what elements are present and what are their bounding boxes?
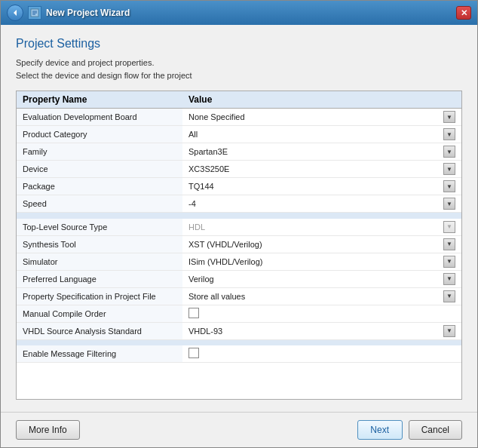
table-row: SimulatorISim (VHDL/Verilog)▼ <box>17 253 461 270</box>
prop-value-cell[interactable]: VHDL-93▼ <box>182 322 461 339</box>
main-window: New Project Wizard ✕ Project Settings Sp… <box>0 0 478 448</box>
table-row: Manual Compile Order <box>17 305 461 322</box>
dropdown-arrow-icon[interactable]: ▼ <box>443 163 455 175</box>
prop-name-cell: Product Category <box>17 126 182 143</box>
prop-value-cell[interactable]: Store all values▼ <box>182 287 461 305</box>
select-value: None Specified <box>188 112 443 121</box>
table-divider-row <box>17 339 461 345</box>
prop-name-cell: Manual Compile Order <box>17 305 182 322</box>
select-value: Store all values <box>188 292 443 301</box>
dropdown-arrow-icon[interactable]: ▼ <box>443 273 455 285</box>
prop-value-cell[interactable]: XC3S250E▼ <box>182 161 461 178</box>
prop-value-cell[interactable]: Spartan3E▼ <box>182 143 461 161</box>
prop-name-cell: Synthesis Tool <box>17 235 182 253</box>
select-wrapper[interactable]: VHDL-93▼ <box>188 325 455 337</box>
properties-table: Property Name Value Evaluation Developme… <box>17 91 461 363</box>
more-info-button[interactable]: More Info <box>16 420 80 440</box>
table-row: Top-Level Source TypeHDL▼ <box>17 219 461 236</box>
select-wrapper[interactable]: All▼ <box>188 128 455 140</box>
table-row: VHDL Source Analysis StandardVHDL-93▼ <box>17 322 461 339</box>
dropdown-arrow-icon[interactable]: ▼ <box>443 198 455 210</box>
select-value: ISim (VHDL/Verilog) <box>188 257 443 266</box>
prop-value-cell[interactable]: Verilog▼ <box>182 270 461 287</box>
select-value: TQ144 <box>188 182 443 191</box>
prop-value-cell[interactable]: All▼ <box>182 126 461 143</box>
table-row: PackageTQ144▼ <box>17 178 461 195</box>
select-wrapper[interactable]: XST (VHDL/Verilog)▼ <box>188 238 455 250</box>
checkbox-input[interactable] <box>188 308 199 318</box>
prop-value-cell <box>182 345 461 363</box>
dropdown-arrow-icon: ▼ <box>443 221 455 233</box>
table-row: Product CategoryAll▼ <box>17 126 461 143</box>
table-row: DeviceXC3S250E▼ <box>17 161 461 178</box>
prop-name-cell: Preferred Language <box>17 270 182 287</box>
table-row: FamilySpartan3E▼ <box>17 143 461 161</box>
dropdown-arrow-icon[interactable]: ▼ <box>443 180 455 192</box>
select-value: HDL <box>188 222 443 232</box>
select-wrapper[interactable]: Store all values▼ <box>188 290 455 302</box>
select-wrapper[interactable]: HDL▼ <box>188 221 455 233</box>
table-row: Synthesis ToolXST (VHDL/Verilog)▼ <box>17 235 461 253</box>
cancel-button[interactable]: Cancel <box>409 420 462 440</box>
prop-name-cell: Evaluation Development Board <box>17 109 182 126</box>
select-wrapper[interactable]: ISim (VHDL/Verilog)▼ <box>188 256 455 268</box>
dropdown-arrow-icon[interactable]: ▼ <box>443 238 455 250</box>
select-wrapper[interactable]: Verilog▼ <box>188 273 455 285</box>
prop-name-cell: Simulator <box>17 253 182 270</box>
select-wrapper[interactable]: XC3S250E▼ <box>188 163 455 175</box>
title-bar: New Project Wizard ✕ <box>1 1 477 25</box>
dropdown-arrow-icon[interactable]: ▼ <box>443 128 455 140</box>
select-value: Verilog <box>188 275 443 284</box>
table-row: Property Specification in Project FileSt… <box>17 287 461 305</box>
footer-right-buttons: Next Cancel <box>357 420 462 440</box>
select-wrapper[interactable]: Spartan3E▼ <box>188 146 455 158</box>
description: Specify device and project properties. S… <box>16 57 462 81</box>
title-bar-left: New Project Wizard <box>7 5 130 21</box>
select-value: VHDL-93 <box>188 327 443 336</box>
dropdown-arrow-icon[interactable]: ▼ <box>443 146 455 158</box>
dropdown-arrow-icon[interactable]: ▼ <box>443 256 455 268</box>
prop-name-cell: Family <box>17 143 182 161</box>
prop-name-cell: VHDL Source Analysis Standard <box>17 322 182 339</box>
col-header-property: Property Name <box>17 91 182 109</box>
page-title: Project Settings <box>16 37 462 51</box>
window-title: New Project Wizard <box>46 8 130 18</box>
prop-value-cell <box>182 305 461 322</box>
col-header-value: Value <box>182 91 461 109</box>
select-wrapper[interactable]: -4▼ <box>188 198 455 210</box>
table-row: Speed-4▼ <box>17 195 461 213</box>
table-divider-row <box>17 213 461 219</box>
table-row: Enable Message Filtering <box>17 345 461 363</box>
prop-name-cell: Top-Level Source Type <box>17 219 182 236</box>
prop-value-cell[interactable]: ISim (VHDL/Verilog)▼ <box>182 253 461 270</box>
dropdown-arrow-icon[interactable]: ▼ <box>443 111 455 123</box>
svg-marker-0 <box>14 10 17 16</box>
dropdown-arrow-icon[interactable]: ▼ <box>443 290 455 302</box>
prop-name-cell: Device <box>17 161 182 178</box>
prop-name-cell: Enable Message Filtering <box>17 345 182 363</box>
prop-name-cell: Package <box>17 178 182 195</box>
next-button[interactable]: Next <box>357 420 403 440</box>
back-button[interactable] <box>7 5 23 21</box>
table-row: Preferred LanguageVerilog▼ <box>17 270 461 287</box>
prop-value-cell[interactable]: HDL▼ <box>182 219 461 236</box>
select-wrapper[interactable]: None Specified▼ <box>188 111 455 123</box>
checkbox-input[interactable] <box>188 348 199 358</box>
properties-table-container: Property Name Value Evaluation Developme… <box>16 91 462 400</box>
close-button[interactable]: ✕ <box>456 6 471 20</box>
footer: More Info Next Cancel <box>1 412 477 447</box>
content-area: Project Settings Specify device and proj… <box>1 25 477 412</box>
dropdown-arrow-icon[interactable]: ▼ <box>443 325 455 337</box>
select-value: XC3S250E <box>188 164 443 173</box>
select-value: XST (VHDL/Verilog) <box>188 240 443 249</box>
prop-name-cell: Property Specification in Project File <box>17 287 182 305</box>
prop-value-cell[interactable]: XST (VHDL/Verilog)▼ <box>182 235 461 253</box>
prop-value-cell[interactable]: -4▼ <box>182 195 461 213</box>
prop-value-cell[interactable]: None Specified▼ <box>182 109 461 126</box>
prop-name-cell: Speed <box>17 195 182 213</box>
prop-value-cell[interactable]: TQ144▼ <box>182 178 461 195</box>
table-row: Evaluation Development BoardNone Specifi… <box>17 109 461 126</box>
select-wrapper[interactable]: TQ144▼ <box>188 180 455 192</box>
wizard-icon <box>28 6 41 20</box>
select-value: -4 <box>188 199 443 208</box>
